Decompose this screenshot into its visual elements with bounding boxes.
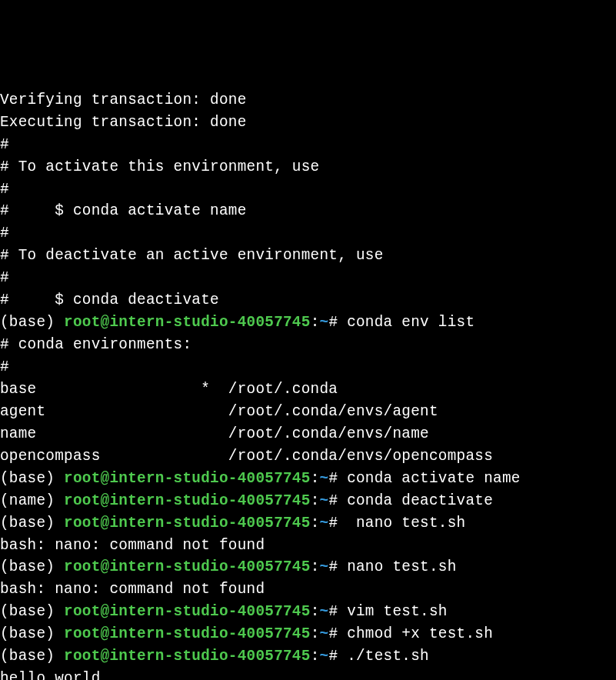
- prompt-line: (base) root@intern-studio-40057745:~# co…: [0, 312, 616, 334]
- output-line: #: [0, 222, 616, 245]
- env-indicator: (base): [0, 470, 64, 487]
- prompt-symbol: #: [328, 558, 347, 575]
- separator: :: [311, 648, 320, 665]
- user-host: root@intern-studio-40057745: [64, 648, 311, 665]
- command-text: vim test.sh: [347, 603, 448, 620]
- env-indicator: (base): [0, 558, 64, 575]
- terminal-output[interactable]: Verifying transaction: doneExecuting tra…: [0, 89, 616, 680]
- output-line: #: [0, 134, 616, 156]
- separator: :: [311, 603, 320, 620]
- output-line: #: [0, 178, 616, 201]
- path: ~: [320, 625, 329, 642]
- prompt-symbol: #: [328, 625, 347, 642]
- env-indicator: (base): [0, 603, 64, 620]
- prompt-line: (base) root@intern-studio-40057745:~# na…: [0, 512, 616, 535]
- path: ~: [320, 648, 329, 665]
- env-indicator: (base): [0, 625, 64, 642]
- user-host: root@intern-studio-40057745: [64, 314, 311, 331]
- output-line: # To deactivate an active environment, u…: [0, 245, 616, 267]
- output-line: hello world: [0, 668, 616, 680]
- path: ~: [320, 603, 329, 620]
- output-line: Executing transaction: done: [0, 112, 616, 134]
- env-indicator: (base): [0, 648, 64, 665]
- command-text: nano test.sh: [347, 515, 465, 532]
- separator: :: [311, 625, 320, 642]
- separator: :: [311, 314, 320, 331]
- command-text: ./test.sh: [347, 648, 429, 665]
- output-line: name /root/.conda/envs/name: [0, 423, 616, 445]
- path: ~: [320, 515, 329, 532]
- prompt-symbol: #: [328, 492, 347, 509]
- output-line: # $ conda activate name: [0, 200, 616, 222]
- command-text: chmod +x test.sh: [347, 625, 493, 642]
- path: ~: [320, 314, 329, 331]
- prompt-line: (base) root@intern-studio-40057745:~# vi…: [0, 601, 616, 623]
- output-line: opencompass /root/.conda/envs/opencompas…: [0, 445, 616, 468]
- output-line: bash: nano: command not found: [0, 578, 616, 601]
- path: ~: [320, 470, 329, 487]
- output-line: base * /root/.conda: [0, 378, 616, 401]
- output-line: # $ conda deactivate: [0, 289, 616, 312]
- env-indicator: (base): [0, 314, 64, 331]
- prompt-line: (base) root@intern-studio-40057745:~# ./…: [0, 645, 616, 668]
- output-line: # conda environments:: [0, 334, 616, 356]
- output-line: # To activate this environment, use: [0, 156, 616, 178]
- user-host: root@intern-studio-40057745: [64, 515, 311, 532]
- user-host: root@intern-studio-40057745: [64, 625, 311, 642]
- prompt-symbol: #: [328, 648, 347, 665]
- separator: :: [311, 492, 320, 509]
- path: ~: [320, 492, 329, 509]
- output-line: agent /root/.conda/envs/agent: [0, 401, 616, 423]
- user-host: root@intern-studio-40057745: [64, 603, 311, 620]
- env-indicator: (base): [0, 515, 64, 532]
- user-host: root@intern-studio-40057745: [64, 558, 311, 575]
- output-line: Verifying transaction: done: [0, 89, 616, 112]
- separator: :: [311, 515, 320, 532]
- prompt-line: (name) root@intern-studio-40057745:~# co…: [0, 490, 616, 512]
- prompt-line: (base) root@intern-studio-40057745:~# co…: [0, 468, 616, 490]
- prompt-symbol: #: [328, 470, 347, 487]
- user-host: root@intern-studio-40057745: [64, 470, 311, 487]
- prompt-symbol: #: [328, 515, 347, 532]
- output-line: #: [0, 356, 616, 378]
- command-text: nano test.sh: [347, 558, 456, 575]
- output-line: bash: nano: command not found: [0, 535, 616, 557]
- separator: :: [311, 558, 320, 575]
- prompt-symbol: #: [328, 314, 347, 331]
- output-line: #: [0, 267, 616, 289]
- env-indicator: (name): [0, 492, 64, 509]
- user-host: root@intern-studio-40057745: [64, 492, 311, 509]
- prompt-symbol: #: [328, 603, 347, 620]
- separator: :: [311, 470, 320, 487]
- command-text: conda env list: [347, 314, 474, 331]
- prompt-line: (base) root@intern-studio-40057745:~# ch…: [0, 623, 616, 645]
- command-text: conda deactivate: [347, 492, 493, 509]
- prompt-line: (base) root@intern-studio-40057745:~# na…: [0, 556, 616, 578]
- command-text: conda activate name: [347, 470, 521, 487]
- path: ~: [320, 558, 329, 575]
